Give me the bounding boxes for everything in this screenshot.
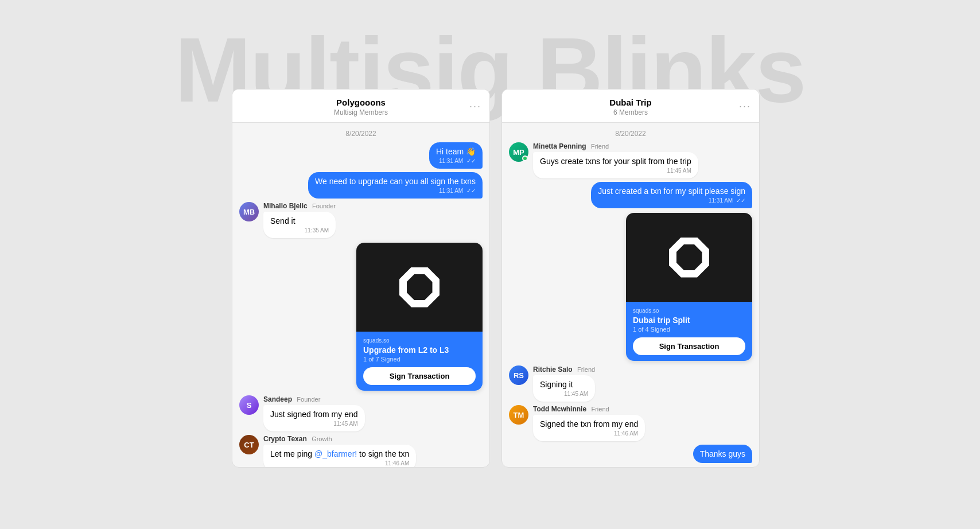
blink-domain-dubai-trip: squads.so [633,308,745,314]
panel-title-dubai-trip: Dubai Trip [511,98,750,107]
date-separator-polygooons: 8/20/2022 [232,123,489,142]
avatar-wrapper-todd: TM [509,405,528,425]
bubble-wrapper-sandeep: Sandeep Founder Just signed from my end … [263,395,365,431]
sender-badge-minetta: Friend [591,143,609,150]
online-indicator-minetta [522,155,528,161]
bubble-text-mihailo: Send it [270,216,295,225]
avatar-wrapper-ritchie: RS [509,365,528,385]
blink-card-polygooons: squads.so Upgrade from L2 to L3 1 of 7 S… [356,243,483,391]
bubble-time-ritchie: 11:45 AM [540,391,588,397]
blink-card-dubai-trip: squads.so Dubai trip Split 1 of 4 Signed… [626,213,752,361]
messages-area-dubai-trip[interactable]: MP Minetta Penning Friend Guys create tx… [502,142,759,467]
bubble-out-2: We need to upgrade can you all sign the … [308,172,483,199]
sender-badge-todd: Friend [591,406,609,413]
sender-name-minetta: Minetta Penning Friend [533,142,698,150]
bubble-time-mihailo: 11:35 AM [270,227,329,234]
bubble-time-1: 11:31 AM ✓✓ [436,158,476,164]
avatar-crypto-texan: CT [239,435,259,454]
panel-title-polygooons: Polygooons [242,98,480,107]
message-in-crypto-texan: CT Crypto Texan Growth Let me ping @_bfa… [239,435,483,467]
bubble-text-dubai-1: Just created a txn for my split please s… [598,186,745,196]
bubble-in-todd: Signed the txn from my end 11:46 AM [533,415,645,441]
bubble-time-minetta: 11:45 AM [540,168,691,174]
message-out-1: Hi team 👋 11:31 AM ✓✓ [239,142,483,169]
panel-subtitle-dubai-trip: 6 Members [511,108,750,116]
blink-title-polygooons: Upgrade from L2 to L3 [363,345,476,355]
bubble-text-1: Hi team 👋 [436,147,476,156]
message-in-todd: TM Todd Mcwhinnie Friend Signed the txn … [509,405,752,441]
bubble-text-thanks: Thanks guys [700,449,745,458]
chat-header-dubai-trip: Dubai Trip 6 Members ··· [502,90,759,123]
message-in-minetta: MP Minetta Penning Friend Guys create tx… [509,142,752,178]
bubble-text-crypto-texan: Let me ping @_bfarmer! to sign the txn [270,449,409,458]
bubble-wrapper-ritchie: Ritchie Salo Friend Signing it 11:45 AM [533,365,595,402]
sender-badge-crypto-texan: Growth [312,435,332,442]
bubble-time-2: 11:31 AM ✓✓ [315,188,476,194]
bubble-in-mihailo: Send it 11:35 AM [263,212,336,238]
bubble-text-minetta: Guys create txns for your split from the… [540,157,691,166]
bubble-time-sandeep: 11:45 AM [270,421,358,427]
avatar-mihailo: MB [239,202,259,221]
blink-info-dubai-trip: squads.so Dubai trip Split 1 of 4 Signed… [626,302,752,361]
messages-area-polygooons[interactable]: Hi team 👋 11:31 AM ✓✓ We need to upgrade… [232,142,489,467]
bubble-text-2: We need to upgrade can you all sign the … [315,177,476,186]
bubble-in-ritchie: Signing it 11:45 AM [533,375,595,402]
sender-name-crypto-texan: Crypto Texan Growth [263,435,416,443]
message-out-thanks: Thanks guys [509,445,752,463]
panel-subtitle-polygooons: Multisig Members [242,108,480,116]
blink-subtitle-polygooons: 1 of 7 Signed [363,356,476,363]
date-separator-dubai-trip: 8/20/2022 [502,123,759,142]
avatar-wrapper-mihailo: MB [239,202,259,221]
avatar-todd: TM [509,405,528,425]
check-icon-1: ✓✓ [466,158,476,164]
avatar-wrapper-crypto-texan: CT [239,435,259,454]
sign-transaction-button-polygooons[interactable]: Sign Transaction [363,367,476,385]
panel-menu-polygooons[interactable]: ··· [469,100,481,112]
bubble-time-dubai-1: 11:31 AM ✓✓ [598,197,745,204]
chat-panel-polygooons: Polygooons Multisig Members ··· 8/20/202… [232,89,490,468]
mention-link-bfarmer[interactable]: @_bfarmer! [314,449,357,458]
blink-image-polygooons [356,243,483,332]
message-in-ritchie: RS Ritchie Salo Friend Signing it 11:45 … [509,365,752,402]
avatar-ritchie: RS [509,365,528,385]
bubble-out-dubai-1: Just created a txn for my split please s… [591,182,752,208]
chat-panel-dubai-trip: Dubai Trip 6 Members ··· 8/20/2022 MP Mi… [501,89,760,468]
sign-transaction-button-dubai-trip[interactable]: Sign Transaction [633,337,745,355]
bubble-text-todd: Signed the txn from my end [540,419,638,429]
bubble-text-ritchie: Signing it [540,380,573,389]
sender-name-todd: Todd Mcwhinnie Friend [533,405,645,413]
avatar-sandeep: S [239,395,259,415]
bubble-time-crypto-texan: 11:46 AM [270,460,409,466]
squads-logo-dubai-trip [669,238,709,278]
message-out-dubai-1: Just created a txn for my split please s… [509,182,752,208]
sender-badge-ritchie: Friend [577,366,595,373]
chat-header-polygooons: Polygooons Multisig Members ··· [232,90,489,123]
bubble-out-1: Hi team 👋 11:31 AM ✓✓ [429,142,483,169]
bubble-in-minetta: Guys create txns for your split from the… [533,152,698,178]
sender-badge-mihailo: Founder [312,203,336,209]
avatar-wrapper-minetta: MP [509,142,528,162]
sender-name-mihailo: Mihailo Bjelic Founder [263,202,336,210]
squads-logo-inner-dubai-trip [676,244,702,270]
panel-menu-dubai-trip[interactable]: ··· [739,100,751,112]
blink-image-dubai-trip [626,213,752,302]
bubble-time-todd: 11:46 AM [540,430,638,437]
check-icon-dubai-1: ✓✓ [736,197,745,204]
bubble-text-sandeep: Just signed from my end [270,410,358,419]
sender-name-sandeep: Sandeep Founder [263,395,365,403]
check-icon-2: ✓✓ [466,188,476,194]
message-in-sandeep: S Sandeep Founder Just signed from my en… [239,395,483,431]
bubble-in-sandeep: Just signed from my end 11:45 AM [263,405,365,431]
blink-title-dubai-trip: Dubai trip Split [633,316,745,325]
bubble-wrapper-minetta: Minetta Penning Friend Guys create txns … [533,142,698,178]
bubble-wrapper-todd: Todd Mcwhinnie Friend Signed the txn fro… [533,405,645,441]
bubble-out-thanks: Thanks guys [693,445,752,463]
message-out-2: We need to upgrade can you all sign the … [239,172,483,199]
blink-info-polygooons: squads.so Upgrade from L2 to L3 1 of 7 S… [356,332,483,391]
avatar-wrapper-sandeep: S [239,395,259,415]
sender-name-ritchie: Ritchie Salo Friend [533,365,595,374]
squads-logo-polygooons [399,267,440,308]
bubble-wrapper-mihailo: Mihailo Bjelic Founder Send it 11:35 AM [263,202,336,238]
bubble-wrapper-crypto-texan: Crypto Texan Growth Let me ping @_bfarme… [263,435,416,467]
sender-badge-sandeep: Founder [297,396,320,403]
